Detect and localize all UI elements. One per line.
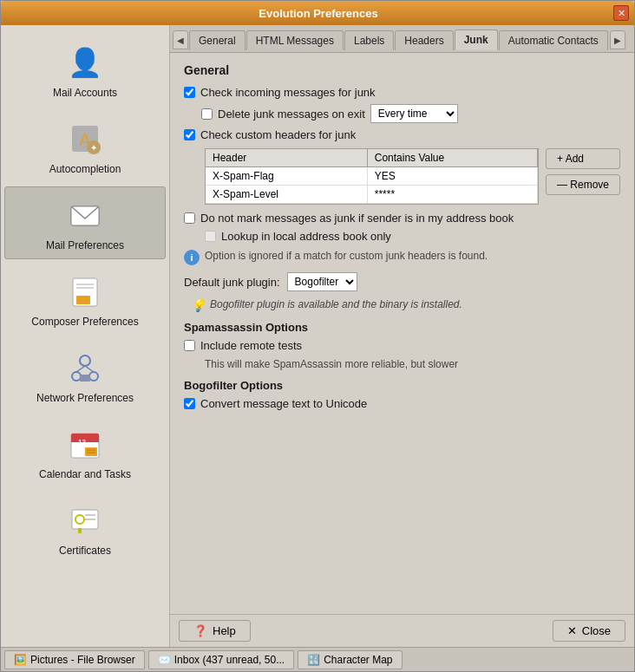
bogofilter-note: 💡 Bogofilter plugin is available and the… xyxy=(191,298,620,312)
sidebar-item-mail-preferences[interactable]: Mail Preferences xyxy=(4,186,166,259)
svg-line-14 xyxy=(85,366,94,372)
sidebar-item-composer-preferences[interactable]: Composer Preferences xyxy=(4,263,166,336)
default-plugin-label: Default junk plugin: xyxy=(184,276,280,289)
delete-junk-checkbox[interactable] xyxy=(201,108,213,120)
sidebar-item-mail-accounts[interactable]: 👤 Mail Accounts xyxy=(4,34,166,107)
table-action-buttons: + Add — Remove xyxy=(546,148,620,205)
check-incoming-row: Check incoming messages for junk xyxy=(184,86,620,99)
tab-html-messages[interactable]: HTML Messages xyxy=(246,30,344,50)
junk-panel: General Check incoming messages for junk… xyxy=(170,53,634,614)
taskbar-item-inbox[interactable]: ✉️ Inbox (437 unread, 50... xyxy=(148,650,294,669)
remove-button[interactable]: — Remove xyxy=(546,174,620,195)
autocompletion-icon: A ✦ xyxy=(64,118,106,160)
lookup-checkbox[interactable] xyxy=(205,231,216,242)
tab-prev-button[interactable]: ◀ xyxy=(173,30,188,49)
composer-preferences-icon xyxy=(64,271,106,312)
window-close-button[interactable]: ✕ xyxy=(613,5,629,21)
sidebar-item-composer-preferences-label: Composer Preferences xyxy=(31,316,138,328)
svg-point-11 xyxy=(72,372,81,381)
sidebar-item-network-preferences-label: Network Preferences xyxy=(36,392,134,404)
include-remote-label: Include remote tests xyxy=(200,339,302,352)
help-icon: ❓ xyxy=(193,624,207,637)
no-mark-row: Do not mark messages as junk if sender i… xyxy=(184,212,620,225)
svg-text:12: 12 xyxy=(78,438,86,446)
tab-junk[interactable]: Junk xyxy=(455,29,498,50)
calendar-tasks-icon: 12 xyxy=(64,423,106,465)
svg-rect-20 xyxy=(85,447,97,456)
no-mark-label: Do not mark messages as junk if sender i… xyxy=(200,212,514,225)
row1-value: YES xyxy=(367,167,537,186)
svg-rect-15 xyxy=(80,375,90,382)
sidebar-item-autocompletion-label: Autocompletion xyxy=(49,163,121,175)
sidebar-item-network-preferences[interactable]: Network Preferences xyxy=(4,339,166,412)
include-remote-row: Include remote tests xyxy=(184,339,620,352)
sidebar-item-certificates[interactable]: Certificates xyxy=(4,492,166,564)
check-incoming-checkbox[interactable] xyxy=(184,87,195,98)
help-label: Help xyxy=(213,624,236,637)
row2-value: ***** xyxy=(367,186,537,204)
tab-headers[interactable]: Headers xyxy=(395,30,453,50)
sidebar-item-mail-preferences-label: Mail Preferences xyxy=(46,239,124,251)
sidebar-item-calendar-tasks-label: Calendar and Tasks xyxy=(39,468,131,480)
check-custom-row: Check custom headers for junk xyxy=(184,128,620,141)
svg-rect-7 xyxy=(76,296,90,304)
close-main-button[interactable]: ✕ Close xyxy=(553,620,625,642)
sidebar-item-certificates-label: Certificates xyxy=(59,545,111,557)
spamassassin-title: Spamassassin Options xyxy=(184,321,620,334)
row2-header: X-Spam-Level xyxy=(206,186,367,204)
svg-text:✦: ✦ xyxy=(90,143,97,153)
delete-junk-dropdown[interactable]: Every time Once a day Once a week xyxy=(370,104,458,123)
help-button[interactable]: ❓ Help xyxy=(179,620,251,642)
tab-next-button[interactable]: ▶ xyxy=(610,30,625,49)
default-plugin-dropdown[interactable]: Bogofilter xyxy=(287,272,357,291)
default-plugin-row: Default junk plugin: Bogofilter xyxy=(184,272,620,291)
taskbar-item-character-map[interactable]: 🔣 Character Map xyxy=(298,650,402,669)
main-window: Evolution Preferences ✕ 👤 Mail Accounts … xyxy=(0,0,635,672)
inbox-icon: ✉️ xyxy=(158,654,171,666)
table-row: X-Spam-Flag YES xyxy=(206,167,537,186)
include-remote-note-container: This will make SpamAssassin more reliabl… xyxy=(205,357,620,370)
taskbar-item-pictures-label: Pictures - File Browser xyxy=(30,654,135,666)
header-table-area: Header Contains Value X-Spam-Flag YES xyxy=(205,148,620,205)
pictures-icon: 🖼️ xyxy=(14,654,27,666)
col-header: Header xyxy=(206,149,367,167)
network-preferences-icon xyxy=(64,347,106,388)
check-incoming-label: Check incoming messages for junk xyxy=(200,86,376,99)
bottom-bar: ❓ Help ✕ Close xyxy=(170,614,634,647)
sidebar-item-autocompletion[interactable]: A ✦ Autocompletion xyxy=(4,110,166,183)
convert-unicode-row: Convert message text to Unicode xyxy=(184,397,620,410)
include-remote-checkbox[interactable] xyxy=(184,340,195,351)
lookup-label: Lookup in local address book only xyxy=(221,230,391,243)
header-table: Header Contains Value X-Spam-Flag YES xyxy=(205,148,539,205)
svg-point-12 xyxy=(89,372,98,381)
check-custom-label: Check custom headers for junk xyxy=(200,128,356,141)
headers-table-element: Header Contains Value X-Spam-Flag YES xyxy=(206,149,538,204)
add-button[interactable]: + Add xyxy=(546,148,620,169)
info-text: Option is ignored if a match for custom … xyxy=(205,250,488,262)
tab-bar: ◀ General HTML Messages Labels Headers J… xyxy=(170,25,634,53)
lookup-row: Lookup in local address book only xyxy=(205,230,620,243)
tab-automatic-contacts[interactable]: Automatic Contacts xyxy=(499,30,608,50)
sidebar: 👤 Mail Accounts A ✦ Autocompletion xyxy=(1,25,170,647)
taskbar-item-character-map-label: Character Map xyxy=(324,654,392,666)
character-map-icon: 🔣 xyxy=(307,654,320,666)
taskbar-item-inbox-label: Inbox (437 unread, 50... xyxy=(174,654,285,666)
tab-general[interactable]: General xyxy=(189,30,245,50)
bogofilter-options-title: Bogofilter Options xyxy=(184,379,620,392)
check-custom-checkbox[interactable] xyxy=(184,129,195,140)
delete-junk-label: Delete junk messages on exit xyxy=(218,108,365,121)
info-row: i Option is ignored if a match for custo… xyxy=(184,250,620,265)
info-icon: i xyxy=(184,250,200,265)
delete-junk-row: Delete junk messages on exit Every time … xyxy=(201,104,620,123)
convert-unicode-checkbox[interactable] xyxy=(184,398,195,409)
window-title: Evolution Preferences xyxy=(23,7,613,20)
svg-line-13 xyxy=(76,366,85,372)
tab-labels[interactable]: Labels xyxy=(344,30,394,50)
svg-point-10 xyxy=(80,356,90,366)
no-mark-checkbox[interactable] xyxy=(184,212,195,224)
sidebar-item-mail-accounts-label: Mail Accounts xyxy=(53,87,117,99)
taskbar-item-pictures[interactable]: 🖼️ Pictures - File Browser xyxy=(4,650,145,669)
sidebar-item-calendar-tasks[interactable]: 12 Calendar and Tasks xyxy=(4,415,166,488)
convert-unicode-label: Convert message text to Unicode xyxy=(200,397,367,410)
col-contains-value: Contains Value xyxy=(367,149,537,167)
